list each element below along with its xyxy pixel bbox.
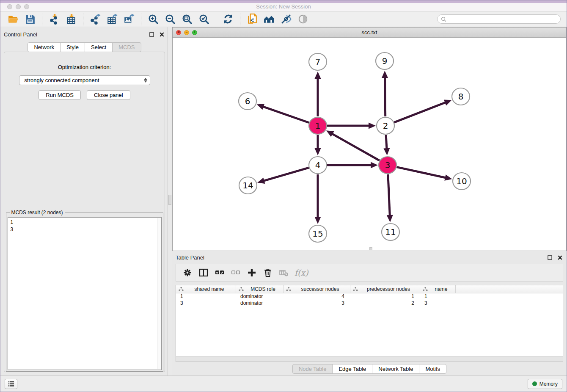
zoom-in-button[interactable] (145, 12, 162, 26)
graph-node-6[interactable]: 6 (239, 93, 256, 110)
table-hscroll-strip[interactable] (176, 356, 563, 362)
task-history-button[interactable] (5, 379, 17, 389)
arrowhead-3-10 (444, 174, 452, 181)
tab-edge-table[interactable]: Edge Table (332, 364, 372, 374)
cell-predecessor-nodes[interactable]: 1 (350, 293, 420, 300)
mcds-result-text[interactable]: 1 3 (8, 217, 162, 370)
split-panel-button[interactable] (196, 265, 211, 280)
cell-MCDS-role[interactable]: dominator (236, 293, 284, 300)
edge-3-11[interactable] (388, 174, 390, 216)
edge-2-8[interactable] (394, 102, 446, 122)
graph-node-1[interactable]: 1 (309, 117, 327, 134)
node-label-6: 6 (245, 96, 250, 106)
unselect-all-button[interactable] (228, 265, 243, 280)
network-window-title: scc.txt (173, 29, 566, 36)
panel-splitter[interactable] (168, 27, 172, 375)
graph-node-3[interactable]: 3 (379, 157, 396, 174)
tab-network-table[interactable]: Network Table (372, 364, 419, 374)
tab-network[interactable]: Network (28, 42, 61, 52)
zoom-selected-button[interactable] (195, 12, 212, 26)
close-panel-icon[interactable] (158, 31, 165, 38)
criterion-select[interactable]: strongly connected component (19, 75, 150, 85)
cell-MCDS-role[interactable]: dominator (236, 300, 284, 307)
delete-row-button[interactable] (261, 265, 275, 280)
select-all-button[interactable] (212, 265, 227, 280)
graph-node-8[interactable]: 8 (452, 88, 470, 105)
cell-name[interactable]: 1 (420, 293, 456, 300)
graph-node-4[interactable]: 4 (309, 157, 327, 174)
home-button[interactable] (261, 12, 278, 26)
splitter-handle[interactable] (168, 195, 171, 205)
edge-4-14[interactable] (263, 168, 308, 181)
save-session-button[interactable] (22, 12, 39, 26)
close-panel-button[interactable]: Close panel (87, 90, 130, 100)
column-header-shared-name[interactable]: shared name (176, 285, 236, 293)
graph-node-15[interactable]: 15 (309, 225, 327, 242)
import-network-button[interactable] (46, 12, 63, 26)
memory-button[interactable]: Memory (528, 379, 562, 389)
table-row[interactable]: 1dominator411 (176, 293, 563, 300)
tab-select[interactable]: Select (85, 42, 113, 52)
result-scrollbar[interactable] (157, 218, 161, 369)
tab-style[interactable]: Style (60, 42, 85, 52)
arrowhead-2-3 (383, 148, 390, 155)
edge-1-6[interactable] (263, 107, 309, 123)
network-minimize-button[interactable]: − (184, 30, 189, 35)
network-maximize-button[interactable]: + (192, 30, 197, 35)
export-image-button[interactable] (121, 12, 138, 26)
float-panel-icon[interactable] (148, 31, 155, 38)
graph-node-2[interactable]: 2 (377, 117, 394, 134)
zoom-fit-button[interactable] (179, 12, 195, 26)
network-document-button[interactable] (244, 12, 261, 26)
column-header-MCDS-role[interactable]: MCDS role (236, 285, 284, 293)
network-graph[interactable]: 7968124314101511 (173, 38, 566, 251)
run-mcds-button[interactable]: Run MCDS (39, 90, 81, 100)
edge-2-9[interactable] (385, 77, 385, 116)
graph-node-7[interactable]: 7 (309, 53, 327, 70)
cell-successor-nodes[interactable]: 4 (284, 293, 350, 300)
network-close-button[interactable]: ✕ (176, 30, 181, 35)
cell-name[interactable]: 3 (420, 300, 456, 307)
cell-predecessor-nodes[interactable]: 2 (350, 300, 420, 307)
search-box[interactable] (437, 14, 561, 24)
close-table-panel-icon[interactable] (556, 254, 563, 261)
table-settings-button[interactable] (180, 265, 195, 280)
cell-shared-name[interactable]: 3 (176, 300, 236, 307)
column-header-predecessor-nodes[interactable]: predecessor nodes (350, 285, 420, 293)
export-network-button[interactable] (87, 12, 104, 26)
tab-mcds[interactable]: MCDS (112, 42, 141, 52)
zoom-out-button[interactable] (162, 12, 179, 26)
table-row[interactable]: 3dominator323 (176, 300, 563, 307)
edge-3-1[interactable] (332, 134, 380, 161)
column-header-name[interactable]: name (420, 285, 456, 293)
graph-node-11[interactable]: 11 (382, 224, 399, 240)
float-table-panel-icon[interactable] (546, 254, 553, 261)
edge-3-10[interactable] (396, 167, 446, 178)
tab-node-table[interactable]: Node Table (292, 364, 333, 374)
split-panel-icon (199, 268, 208, 277)
arrowhead-1-6 (257, 104, 265, 110)
function-builder-icon[interactable]: f(x) (293, 268, 310, 277)
edge-2-3[interactable] (386, 135, 387, 149)
canvas-resize-handle[interactable] (369, 247, 372, 250)
cell-successor-nodes[interactable]: 3 (284, 300, 350, 307)
column-group-icon (423, 287, 428, 292)
export-table-button[interactable] (104, 12, 121, 26)
graph-node-14[interactable]: 14 (239, 177, 257, 194)
graph-node-10[interactable]: 10 (453, 173, 471, 190)
add-row-button[interactable] (245, 265, 259, 280)
hide-graphics-details-button[interactable] (278, 12, 295, 26)
cell-shared-name[interactable]: 1 (176, 293, 236, 300)
apply-layout-button[interactable] (220, 12, 237, 26)
tab-motifs[interactable]: Motifs (419, 364, 446, 374)
graph-node-9[interactable]: 9 (376, 52, 394, 69)
delete-row-icon (263, 268, 272, 277)
control-panel-header: Control Panel (4, 30, 165, 39)
open-session-button[interactable] (5, 12, 22, 26)
search-input[interactable] (449, 16, 557, 22)
arrowhead-4-14 (257, 178, 265, 184)
column-header-successor-nodes[interactable]: successor nodes (284, 285, 350, 293)
arrowhead-1-2 (369, 123, 376, 129)
network-canvas[interactable]: 7968124314101511 (173, 38, 566, 251)
import-table-button[interactable] (63, 12, 80, 26)
